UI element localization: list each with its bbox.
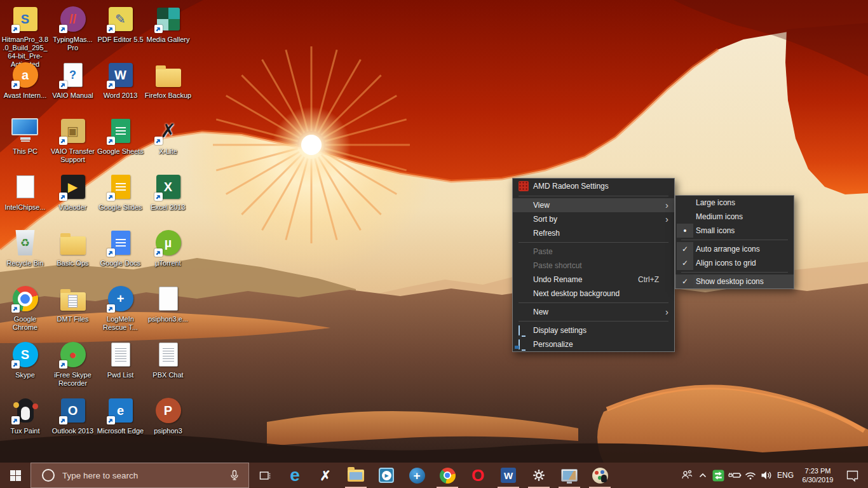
desktop-icon-microsoft-edge[interactable]: eMicrosoft Edge <box>97 395 144 451</box>
desktop-icon-pdf-editor-5-5[interactable]: ✎PDF Editor 5.5 <box>97 4 144 60</box>
menu-item-next-desktop-background[interactable]: Next desktop background <box>513 287 674 301</box>
menu-item-paste-shortcut[interactable]: Paste shortcut <box>513 259 674 273</box>
desktop-icon-media-gallery[interactable]: Media Gallery <box>144 4 192 60</box>
volume-icon[interactable] <box>758 463 774 488</box>
desktop-icon-dmt-files[interactable]: DMT Files <box>49 283 97 339</box>
desktop-icon-google-chrome[interactable]: Google Chrome <box>1 283 49 339</box>
cortana-icon <box>42 469 55 482</box>
media-gallery-icon <box>153 4 184 34</box>
desktop-icon-this-pc[interactable]: This PC <box>1 116 49 172</box>
desktop-icon-typingmas-pro[interactable]: //TypingMas... Pro <box>49 4 97 60</box>
desktop-icon-excel-2013[interactable]: XExcel 2013 <box>144 172 192 227</box>
desktop-icon-psiphon3[interactable]: Ppsiphon3 <box>144 395 192 451</box>
menu-item-show-desktop-icons[interactable]: ✓Show desktop icons <box>675 274 794 288</box>
tux-paint-icon <box>10 395 41 426</box>
vaio-manual-icon: ? <box>58 60 88 90</box>
desktop-icon-psiphon3-e[interactable]: psiphon3.e... <box>144 283 192 339</box>
taskbar-chrome-icon[interactable] <box>432 463 463 488</box>
taskbar-file-explorer-icon[interactable] <box>341 463 371 488</box>
desktop-icon-vaio-manual[interactable]: ?VAIO Manual <box>49 60 97 116</box>
menu-item-sort-by[interactable]: Sort by› <box>513 212 674 226</box>
this-pc-icon <box>10 116 41 146</box>
menu-item-personalize[interactable]: Personalize <box>513 337 674 351</box>
desktop-icon-videoder[interactable]: ▶Videoder <box>49 172 97 227</box>
taskbar: e✗▶+OW <box>0 463 868 488</box>
menu-item-new[interactable]: New› <box>513 305 674 319</box>
menu-item-refresh[interactable]: Refresh <box>513 226 674 240</box>
desktop-icon-label: Google Slides <box>98 203 142 212</box>
taskbar-logmein-rescue-icon[interactable]: + <box>402 463 432 488</box>
chevron-up-icon[interactable] <box>695 463 710 488</box>
desktop-icon-pwd-list[interactable]: Pwd List <box>97 339 144 395</box>
shortcut-arrow-icon <box>107 193 115 201</box>
desktop-icon-label: This PC <box>13 147 37 156</box>
action-center-icon[interactable] <box>839 463 865 488</box>
menu-item-label: Paste <box>533 247 553 256</box>
wifi-icon[interactable] <box>742 463 758 488</box>
desktop-icon-word-2013[interactable]: WWord 2013 <box>97 60 144 116</box>
menu-item-small-icons[interactable]: •Small icons <box>675 224 794 238</box>
task-view-button[interactable] <box>249 463 280 488</box>
desktop-icon-label: Tux Paint <box>10 427 39 435</box>
desktop-icon-tux-paint[interactable]: Tux Paint <box>1 395 49 451</box>
taskbar-media-player-icon[interactable]: ▶ <box>371 463 402 488</box>
desktop-icon-label: Microsoft Edge <box>97 427 144 435</box>
taskbar-x-lite-icon[interactable]: ✗ <box>310 463 341 488</box>
menu-item-auto-arrange-icons[interactable]: ✓Auto arrange icons <box>675 242 794 256</box>
desktop-icon-google-sheets[interactable]: Google Sheets <box>97 116 144 172</box>
desktop-icon-basic-ops[interactable]: Basic Ops <box>49 227 97 283</box>
menu-item-amd-radeon-settings[interactable]: AMD Radeon Settings <box>513 179 674 194</box>
menu-item-large-icons[interactable]: Large icons <box>675 196 794 210</box>
desktop-icon-outlook-2013[interactable]: OOutlook 2013 <box>49 395 97 451</box>
battery-charging-icon[interactable] <box>726 463 742 488</box>
menu-shortcut-text: Ctrl+Z <box>638 275 674 284</box>
taskbar-search[interactable] <box>31 463 249 488</box>
desktop-icon-x-lite[interactable]: ✗X-Lite <box>144 116 192 172</box>
desktop-icon-µtorrent[interactable]: µµTorrent <box>144 227 192 283</box>
clock-time: 7:23 PM <box>797 466 839 475</box>
clock[interactable]: 7:23 PM 6/30/2019 <box>797 466 839 484</box>
menu-item-view[interactable]: View› <box>513 198 674 212</box>
desktop-icon-vaio-transfer-support[interactable]: ▣VAIO Transfer Support <box>49 116 97 172</box>
microsoft-edge-icon: e <box>105 395 136 426</box>
taskbar-edge-icon[interactable]: e <box>280 463 310 488</box>
desktop-icon-intelchipse[interactable]: IntelChipse... <box>1 172 49 227</box>
desktop-icon-google-docs[interactable]: Google Docs <box>97 227 144 283</box>
menu-item-align-icons-to-grid[interactable]: ✓Align icons to grid <box>675 256 794 270</box>
desktop-icon-recycle-bin[interactable]: ♻Recycle Bin <box>1 227 49 283</box>
desktop-icon-ifree-skype-recorder[interactable]: ●iFree Skype Recorder <box>49 339 97 395</box>
desktop-icon-label: VAIO Transfer Support <box>50 147 97 164</box>
search-input[interactable] <box>62 471 220 480</box>
microphone-icon[interactable] <box>228 469 241 482</box>
google-slides-icon <box>105 172 136 202</box>
people-icon[interactable] <box>679 463 695 488</box>
desktop-icon-avast-intern[interactable]: aAvast Intern... <box>1 60 49 116</box>
menu-item-undo-rename[interactable]: Undo RenameCtrl+Z <box>513 273 674 287</box>
file-transfer-icon[interactable] <box>710 463 726 488</box>
taskbar-media-viewer-icon[interactable] <box>554 463 585 488</box>
start-button[interactable] <box>0 463 31 488</box>
taskbar-word-icon[interactable]: W <box>493 463 524 488</box>
task-view-icon <box>258 469 271 482</box>
menu-item-medium-icons[interactable]: Medium icons <box>675 210 794 224</box>
desktop-icon-logmein-rescue-t[interactable]: +LogMeIn Rescue T... <box>97 283 144 339</box>
shortcut-arrow-icon <box>107 81 115 89</box>
menu-item-display-settings[interactable]: Display settings <box>513 323 674 337</box>
desktop-icon-label: LogMeIn Rescue T... <box>97 315 144 332</box>
desktop-icon-google-slides[interactable]: Google Slides <box>97 172 144 227</box>
taskbar-opera-icon[interactable]: O <box>463 463 493 488</box>
desktop-icon-skype[interactable]: SSkype <box>1 339 49 395</box>
language-indicator[interactable]: ENG <box>774 471 797 480</box>
desktop-icon-pbx-chat[interactable]: PBX Chat <box>144 339 192 395</box>
menu-item-paste[interactable]: Paste <box>513 245 674 259</box>
taskbar-tux-paint-icon[interactable] <box>585 463 615 488</box>
menu-item-label: Sort by <box>533 215 557 224</box>
desktop-icon-firefox-backup[interactable]: Firefox Backup <box>144 60 192 116</box>
taskbar-settings-gear-icon[interactable] <box>524 463 554 488</box>
shortcut-arrow-icon <box>59 360 67 369</box>
taskbar-apps: e✗▶+OW <box>280 463 615 488</box>
desktop-icon-hitmanpro-3-8-0-build-295-64-bit-pre-activated[interactable]: SHitmanPro_3.8.0_Build_295_64-bit_Pre-Ac… <box>1 4 49 60</box>
menu-separator <box>681 240 788 240</box>
avast-intern-icon: a <box>10 60 41 90</box>
desktop[interactable]: SHitmanPro_3.8.0_Build_295_64-bit_Pre-Ac… <box>0 0 868 463</box>
